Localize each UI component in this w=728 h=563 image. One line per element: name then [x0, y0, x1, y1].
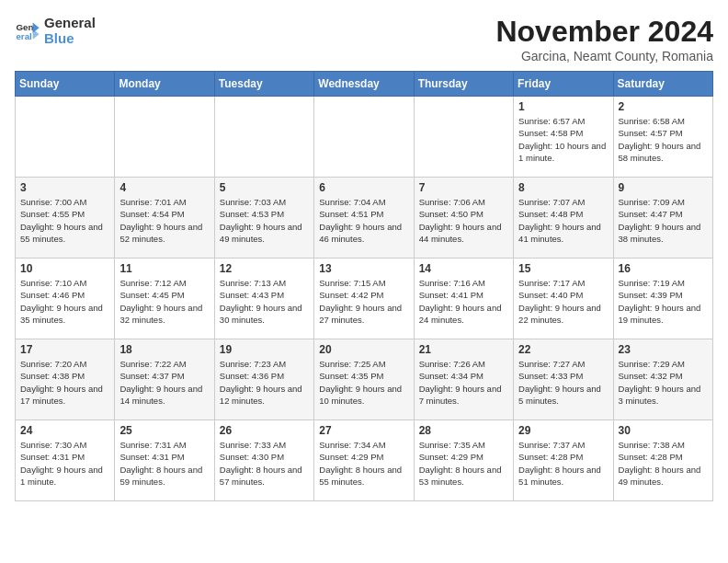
calendar-day-header: Monday: [115, 72, 214, 97]
day-number: 26: [220, 424, 309, 437]
day-info: Sunrise: 7:29 AM Sunset: 4:32 PM Dayligh…: [619, 358, 708, 407]
calendar-day-header: Thursday: [414, 72, 513, 97]
day-number: 18: [119, 343, 209, 356]
calendar-week-row: 10Sunrise: 7:10 AM Sunset: 4:46 PM Dayli…: [16, 259, 713, 339]
day-info: Sunrise: 7:09 AM Sunset: 4:47 PM Dayligh…: [619, 196, 708, 245]
day-info: Sunrise: 7:37 AM Sunset: 4:28 PM Dayligh…: [518, 439, 608, 488]
day-info: Sunrise: 7:35 AM Sunset: 4:29 PM Dayligh…: [419, 439, 508, 488]
svg-marker-3: [33, 29, 40, 40]
day-info: Sunrise: 7:33 AM Sunset: 4:30 PM Dayligh…: [220, 439, 309, 488]
calendar-cell: 4Sunrise: 7:01 AM Sunset: 4:54 PM Daylig…: [115, 178, 214, 259]
calendar-cell: 8Sunrise: 7:07 AM Sunset: 4:48 PM Daylig…: [514, 178, 613, 259]
calendar-cell: [16, 97, 115, 178]
day-info: Sunrise: 7:34 AM Sunset: 4:29 PM Dayligh…: [319, 439, 408, 488]
calendar-cell: 13Sunrise: 7:15 AM Sunset: 4:42 PM Dayli…: [314, 259, 414, 339]
calendar-cell: 6Sunrise: 7:04 AM Sunset: 4:51 PM Daylig…: [314, 178, 414, 259]
calendar-cell: 14Sunrise: 7:16 AM Sunset: 4:41 PM Dayli…: [414, 259, 513, 339]
calendar-cell: 9Sunrise: 7:09 AM Sunset: 4:47 PM Daylig…: [613, 178, 712, 259]
calendar-cell: 7Sunrise: 7:06 AM Sunset: 4:50 PM Daylig…: [414, 178, 513, 259]
calendar-cell: 3Sunrise: 7:00 AM Sunset: 4:55 PM Daylig…: [16, 178, 115, 259]
day-number: 12: [220, 262, 309, 275]
day-info: Sunrise: 7:16 AM Sunset: 4:41 PM Dayligh…: [419, 277, 508, 326]
calendar-cell: 23Sunrise: 7:29 AM Sunset: 4:32 PM Dayli…: [613, 339, 712, 420]
svg-text:eral: eral: [16, 31, 32, 41]
calendar-cell: 20Sunrise: 7:25 AM Sunset: 4:35 PM Dayli…: [314, 339, 414, 420]
calendar-cell: 1Sunrise: 6:57 AM Sunset: 4:58 PM Daylig…: [514, 97, 613, 178]
calendar-week-row: 17Sunrise: 7:20 AM Sunset: 4:38 PM Dayli…: [16, 339, 713, 420]
calendar-week-row: 24Sunrise: 7:30 AM Sunset: 4:31 PM Dayli…: [16, 420, 713, 501]
day-number: 4: [119, 181, 209, 194]
day-info: Sunrise: 7:01 AM Sunset: 4:54 PM Dayligh…: [119, 196, 209, 245]
day-number: 20: [319, 343, 408, 356]
day-info: Sunrise: 7:12 AM Sunset: 4:45 PM Dayligh…: [119, 277, 209, 326]
day-number: 6: [319, 181, 408, 194]
day-number: 13: [319, 262, 408, 275]
calendar-cell: [414, 97, 513, 178]
logo-icon: Gen eral: [15, 17, 40, 43]
calendar-day-header: Sunday: [16, 72, 115, 97]
day-number: 30: [619, 424, 708, 437]
day-number: 22: [518, 343, 608, 356]
day-number: 10: [20, 262, 109, 275]
logo: Gen eral General Blue: [15, 15, 96, 46]
day-info: Sunrise: 7:38 AM Sunset: 4:28 PM Dayligh…: [619, 439, 708, 488]
day-number: 17: [20, 343, 109, 356]
page-header: Gen eral General Blue November 2024 Garc…: [15, 15, 713, 63]
day-number: 21: [419, 343, 508, 356]
day-number: 29: [518, 424, 608, 437]
day-number: 5: [220, 181, 309, 194]
calendar-cell: 15Sunrise: 7:17 AM Sunset: 4:40 PM Dayli…: [514, 259, 613, 339]
day-info: Sunrise: 7:25 AM Sunset: 4:35 PM Dayligh…: [319, 358, 408, 407]
calendar-cell: [115, 97, 214, 178]
day-info: Sunrise: 7:04 AM Sunset: 4:51 PM Dayligh…: [319, 196, 408, 245]
logo-line2: Blue: [44, 30, 96, 46]
day-info: Sunrise: 7:00 AM Sunset: 4:55 PM Dayligh…: [20, 196, 109, 245]
day-number: 7: [419, 181, 508, 194]
calendar-cell: 11Sunrise: 7:12 AM Sunset: 4:45 PM Dayli…: [115, 259, 214, 339]
day-info: Sunrise: 7:06 AM Sunset: 4:50 PM Dayligh…: [419, 196, 508, 245]
day-info: Sunrise: 7:30 AM Sunset: 4:31 PM Dayligh…: [20, 439, 109, 488]
day-info: Sunrise: 7:07 AM Sunset: 4:48 PM Dayligh…: [518, 196, 608, 245]
calendar-header-row: SundayMondayTuesdayWednesdayThursdayFrid…: [16, 72, 713, 97]
day-info: Sunrise: 7:20 AM Sunset: 4:38 PM Dayligh…: [20, 358, 109, 407]
day-info: Sunrise: 7:19 AM Sunset: 4:39 PM Dayligh…: [619, 277, 708, 326]
day-number: 25: [119, 424, 209, 437]
day-number: 16: [619, 262, 708, 275]
calendar-cell: [214, 97, 313, 178]
calendar-cell: 19Sunrise: 7:23 AM Sunset: 4:36 PM Dayli…: [214, 339, 313, 420]
calendar-cell: 30Sunrise: 7:38 AM Sunset: 4:28 PM Dayli…: [613, 420, 712, 501]
calendar-body: 1Sunrise: 6:57 AM Sunset: 4:58 PM Daylig…: [16, 97, 713, 501]
title-area: November 2024 Garcina, Neamt County, Rom…: [495, 15, 713, 63]
calendar-table: SundayMondayTuesdayWednesdayThursdayFrid…: [15, 71, 713, 501]
day-info: Sunrise: 7:03 AM Sunset: 4:53 PM Dayligh…: [220, 196, 309, 245]
day-number: 3: [20, 181, 109, 194]
calendar-cell: 2Sunrise: 6:58 AM Sunset: 4:57 PM Daylig…: [613, 97, 712, 178]
day-info: Sunrise: 7:31 AM Sunset: 4:31 PM Dayligh…: [119, 439, 209, 488]
day-number: 27: [319, 424, 408, 437]
day-number: 24: [20, 424, 109, 437]
month-title: November 2024: [495, 15, 713, 49]
calendar-cell: 26Sunrise: 7:33 AM Sunset: 4:30 PM Dayli…: [214, 420, 313, 501]
day-info: Sunrise: 7:17 AM Sunset: 4:40 PM Dayligh…: [518, 277, 608, 326]
day-number: 1: [518, 100, 608, 113]
calendar-cell: 18Sunrise: 7:22 AM Sunset: 4:37 PM Dayli…: [115, 339, 214, 420]
calendar-cell: 5Sunrise: 7:03 AM Sunset: 4:53 PM Daylig…: [214, 178, 313, 259]
calendar-day-header: Tuesday: [214, 72, 313, 97]
day-info: Sunrise: 7:15 AM Sunset: 4:42 PM Dayligh…: [319, 277, 408, 326]
day-info: Sunrise: 7:26 AM Sunset: 4:34 PM Dayligh…: [419, 358, 508, 407]
day-info: Sunrise: 7:27 AM Sunset: 4:33 PM Dayligh…: [518, 358, 608, 407]
calendar-day-header: Friday: [514, 72, 613, 97]
day-number: 9: [619, 181, 708, 194]
location-title: Garcina, Neamt County, Romania: [495, 49, 713, 63]
day-info: Sunrise: 6:57 AM Sunset: 4:58 PM Dayligh…: [518, 115, 608, 164]
calendar-cell: [314, 97, 414, 178]
calendar-cell: 25Sunrise: 7:31 AM Sunset: 4:31 PM Dayli…: [115, 420, 214, 501]
calendar-cell: 22Sunrise: 7:27 AM Sunset: 4:33 PM Dayli…: [514, 339, 613, 420]
calendar-cell: 12Sunrise: 7:13 AM Sunset: 4:43 PM Dayli…: [214, 259, 313, 339]
calendar-cell: 28Sunrise: 7:35 AM Sunset: 4:29 PM Dayli…: [414, 420, 513, 501]
day-number: 2: [619, 100, 708, 113]
calendar-cell: 24Sunrise: 7:30 AM Sunset: 4:31 PM Dayli…: [16, 420, 115, 501]
day-number: 19: [220, 343, 309, 356]
calendar-cell: 16Sunrise: 7:19 AM Sunset: 4:39 PM Dayli…: [613, 259, 712, 339]
day-info: Sunrise: 7:23 AM Sunset: 4:36 PM Dayligh…: [220, 358, 309, 407]
